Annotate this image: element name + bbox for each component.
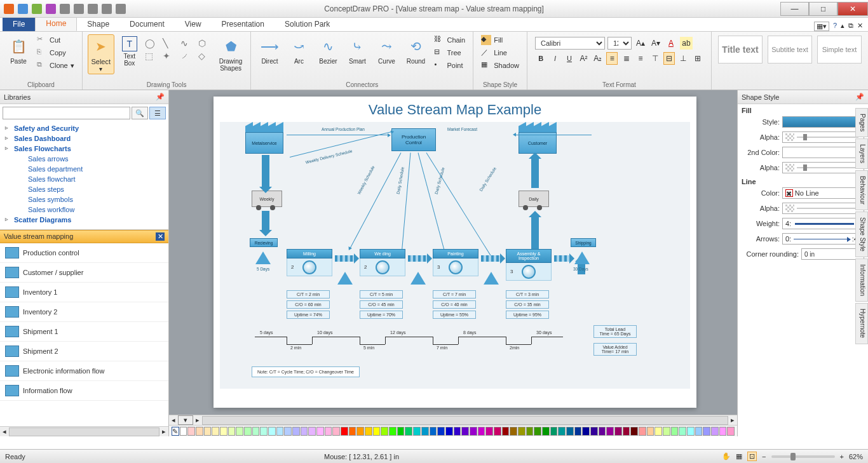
side-tab[interactable]: Behaviour	[855, 170, 868, 210]
tool-icon[interactable]: ◇	[198, 51, 214, 61]
palette-color[interactable]	[558, 427, 566, 436]
palette-color[interactable]	[590, 427, 598, 436]
connector-smart[interactable]: ⤷Smart	[344, 34, 370, 67]
zoom-out-button[interactable]: −	[762, 453, 766, 460]
palette-color[interactable]	[421, 427, 429, 436]
cut-button[interactable]: ✂Cut	[34, 34, 77, 46]
palette-color[interactable]	[518, 427, 526, 436]
palette-color[interactable]	[470, 427, 477, 436]
close-doc-icon[interactable]: ✕	[857, 22, 863, 31]
file-tab[interactable]: File	[3, 17, 35, 31]
palette-color[interactable]	[671, 427, 679, 436]
side-tab[interactable]: Layers	[855, 138, 868, 169]
palette-color[interactable]	[220, 427, 227, 436]
copy-button[interactable]: ⎘Copy	[34, 47, 77, 58]
palette-color[interactable]	[252, 427, 260, 436]
italic-button[interactable]: I	[549, 52, 560, 65]
palette-color[interactable]	[502, 427, 510, 436]
palette-color[interactable]	[639, 427, 646, 436]
library-tree[interactable]: Safety and SecuritySales DashboardSales …	[0, 122, 168, 230]
tree-item[interactable]: Sales flowchart	[3, 174, 166, 184]
palette-color[interactable]	[663, 427, 670, 436]
palette-color[interactable]	[437, 427, 445, 436]
palette-color[interactable]	[365, 427, 372, 436]
metalservice-factory[interactable]: Metalservice	[245, 122, 283, 154]
palette-color[interactable]	[397, 427, 405, 436]
palette-color[interactable]	[212, 427, 219, 436]
preset-subtitle[interactable]: Subtitle text	[768, 36, 812, 64]
tree-item[interactable]: Sales department	[3, 164, 166, 174]
palette-color[interactable]	[526, 427, 534, 436]
align-middle-button[interactable]: ⊟	[663, 52, 675, 65]
canvas-hscroll[interactable]: ◂▾▸ ▸	[169, 415, 737, 425]
zoom-percent[interactable]: 62%	[849, 453, 863, 460]
view-toggle-button[interactable]: ☰	[149, 107, 166, 119]
font-size-select[interactable]: 12	[607, 37, 632, 50]
tab-view[interactable]: View	[175, 17, 212, 31]
palette-color[interactable]	[381, 427, 388, 436]
shape-item[interactable]: Information flow	[0, 381, 168, 401]
qat-icon[interactable]	[32, 4, 42, 14]
tab-shape[interactable]: Shape	[77, 17, 119, 31]
palette-color[interactable]	[196, 427, 203, 436]
preset-title[interactable]: Title text	[718, 36, 763, 64]
palette-color[interactable]	[341, 427, 348, 436]
align-center-button[interactable]: ≣	[620, 52, 632, 65]
palette-color[interactable]	[727, 427, 735, 436]
help-icon[interactable]: ?	[833, 22, 837, 31]
left-hscroll[interactable]: ◂▸	[0, 426, 168, 436]
palette-color[interactable]	[373, 427, 381, 436]
palette-color[interactable]	[260, 427, 268, 436]
zoom-slider[interactable]	[771, 455, 835, 458]
tree-item[interactable]: Sales symbols	[3, 194, 166, 205]
palette-color[interactable]	[647, 427, 654, 436]
tool-icon[interactable]: ✦	[163, 51, 178, 61]
line-alpha-slider[interactable]	[782, 203, 864, 214]
shipping-box[interactable]: Shipping	[571, 238, 596, 247]
shrink-font-button[interactable]: A▾	[649, 37, 662, 50]
tree-item[interactable]: Sales steps	[3, 184, 166, 194]
palette-color[interactable]	[574, 427, 582, 436]
palette-color[interactable]	[534, 427, 541, 436]
help-icon[interactable]: ▦▾	[814, 22, 829, 31]
tab-home[interactable]: Home	[35, 16, 77, 31]
shadow-button[interactable]: ▦Shadow	[478, 60, 522, 71]
view-icon[interactable]: ⊡	[747, 452, 757, 461]
line-color-dropdown[interactable]: ✖ No Line	[782, 187, 864, 199]
shape-item[interactable]: Customer / supplier	[0, 263, 168, 283]
connector-arc[interactable]: ⤻Arc	[285, 34, 312, 67]
tool-icon[interactable]: ⬚	[145, 51, 160, 61]
select-button[interactable]: ➤Select▾	[88, 34, 114, 74]
shapes-list[interactable]: Production controlCustomer / supplierInv…	[0, 243, 168, 426]
palette-color[interactable]	[356, 427, 364, 436]
palette-color[interactable]	[687, 427, 695, 436]
highlight-button[interactable]: ab	[680, 37, 693, 50]
bold-button[interactable]: B	[535, 52, 546, 65]
shape-item[interactable]: Electronic information flow	[0, 361, 168, 381]
collapse-ribbon-icon[interactable]: ▴	[841, 22, 844, 31]
palette-color[interactable]	[204, 427, 212, 436]
inventory-triangle[interactable]	[574, 252, 590, 264]
fill-button[interactable]: ◆Fill	[478, 34, 522, 46]
textbox-button[interactable]: TText Box	[117, 34, 142, 69]
palette-tool-icon[interactable]: ✎	[172, 427, 179, 436]
search-button[interactable]: 🔍	[132, 107, 148, 119]
clone-button[interactable]: ⧉Clone ▾	[34, 60, 77, 71]
palette-color[interactable]	[679, 427, 686, 436]
subscript-button[interactable]: A₂	[592, 52, 604, 65]
qat-icon[interactable]	[88, 4, 98, 14]
pin-icon[interactable]: 📌	[156, 93, 165, 101]
align-right-button[interactable]: ≡	[635, 52, 646, 65]
palette-color[interactable]	[711, 427, 719, 436]
palette-color[interactable]	[405, 427, 412, 436]
preset-simple[interactable]: Simple text	[817, 36, 862, 64]
production-control-box[interactable]: Production Control	[391, 128, 436, 151]
align-left-button[interactable]: ≡	[606, 52, 618, 65]
qat-icon[interactable]	[46, 4, 56, 14]
palette-color[interactable]	[454, 427, 461, 436]
fill-style-dropdown[interactable]	[782, 116, 864, 128]
palette-color[interactable]	[719, 427, 727, 436]
close-button[interactable]: ✕	[837, 2, 868, 16]
minimize-button[interactable]: —	[780, 2, 809, 16]
tree-item[interactable]: Scatter Diagrams	[3, 215, 166, 225]
